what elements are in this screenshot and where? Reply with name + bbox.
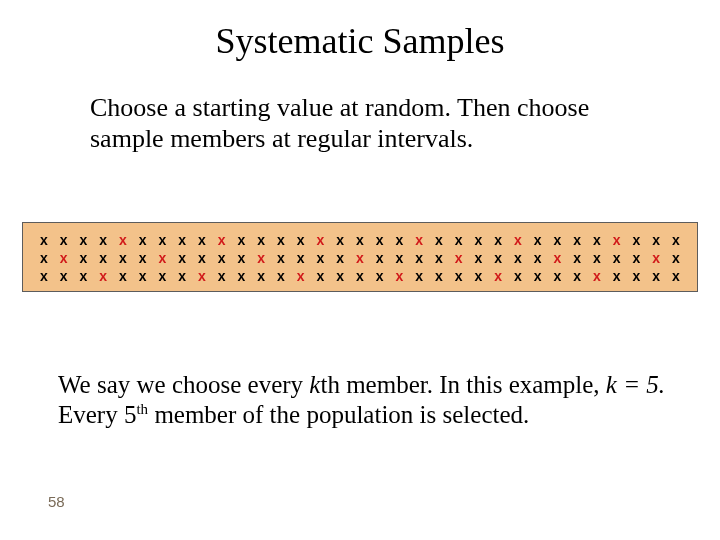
population-member-selected: x bbox=[647, 251, 665, 265]
population-member: x bbox=[391, 233, 409, 247]
population-member-selected: x bbox=[154, 251, 172, 265]
population-member-selected: x bbox=[193, 269, 211, 283]
population-member: x bbox=[94, 251, 112, 265]
population-member: x bbox=[351, 233, 369, 247]
population-member: x bbox=[549, 269, 567, 283]
population-member-selected: x bbox=[213, 233, 231, 247]
population-member: x bbox=[371, 233, 389, 247]
population-member-selected: x bbox=[351, 251, 369, 265]
population-member: x bbox=[489, 233, 507, 247]
diagram-row: xxxxxxxxxxxxxxxxxxxxxxxxxxxxxxxxx bbox=[35, 233, 685, 247]
diagram-row: xxxxxxxxxxxxxxxxxxxxxxxxxxxxxxxxx bbox=[35, 251, 685, 265]
population-member: x bbox=[628, 233, 646, 247]
population-member: x bbox=[391, 251, 409, 265]
population-member: x bbox=[35, 269, 53, 283]
slide: Systematic Samples Choose a starting val… bbox=[0, 0, 720, 540]
population-diagram: xxxxxxxxxxxxxxxxxxxxxxxxxxxxxxxxxxxxxxxx… bbox=[22, 222, 698, 292]
population-member: x bbox=[312, 269, 330, 283]
population-member: x bbox=[55, 233, 73, 247]
population-member: x bbox=[430, 233, 448, 247]
population-member: x bbox=[35, 251, 53, 265]
population-member: x bbox=[371, 251, 389, 265]
population-member: x bbox=[667, 233, 685, 247]
population-member: x bbox=[470, 251, 488, 265]
population-member: x bbox=[75, 251, 93, 265]
population-member: x bbox=[331, 251, 349, 265]
population-member: x bbox=[193, 251, 211, 265]
population-member: x bbox=[568, 251, 586, 265]
population-member-selected: x bbox=[391, 269, 409, 283]
population-member: x bbox=[470, 269, 488, 283]
population-member-selected: x bbox=[114, 233, 132, 247]
population-member: x bbox=[331, 233, 349, 247]
population-member: x bbox=[628, 269, 646, 283]
population-member: x bbox=[450, 233, 468, 247]
population-member-selected: x bbox=[489, 269, 507, 283]
population-member: x bbox=[173, 269, 191, 283]
population-member-selected: x bbox=[55, 251, 73, 265]
conclusion-tail-post: member of the population is selected. bbox=[148, 401, 529, 428]
population-member: x bbox=[154, 233, 172, 247]
population-member: x bbox=[588, 233, 606, 247]
population-member: x bbox=[331, 269, 349, 283]
population-member-selected: x bbox=[588, 269, 606, 283]
population-member: x bbox=[647, 233, 665, 247]
population-member-selected: x bbox=[608, 233, 626, 247]
population-member: x bbox=[233, 269, 251, 283]
population-member: x bbox=[351, 269, 369, 283]
population-member-selected: x bbox=[292, 269, 310, 283]
population-member: x bbox=[410, 269, 428, 283]
population-member: x bbox=[430, 269, 448, 283]
population-member-selected: x bbox=[94, 269, 112, 283]
population-member: x bbox=[114, 269, 132, 283]
population-member: x bbox=[489, 251, 507, 265]
conclusion-text: We say we choose every kth member. In th… bbox=[58, 370, 668, 430]
population-member: x bbox=[154, 269, 172, 283]
population-member: x bbox=[529, 269, 547, 283]
population-member: x bbox=[55, 269, 73, 283]
page-number: 58 bbox=[48, 493, 65, 510]
k-variable: k bbox=[309, 371, 320, 398]
population-member: x bbox=[549, 233, 567, 247]
population-member: x bbox=[213, 269, 231, 283]
population-member: x bbox=[647, 269, 665, 283]
population-member: x bbox=[173, 251, 191, 265]
population-member: x bbox=[588, 251, 606, 265]
population-member: x bbox=[450, 269, 468, 283]
population-member: x bbox=[272, 269, 290, 283]
population-member-selected: x bbox=[410, 233, 428, 247]
population-member: x bbox=[134, 233, 152, 247]
population-member: x bbox=[173, 233, 191, 247]
conclusion-tail-pre: Every 5 bbox=[58, 401, 136, 428]
population-member: x bbox=[430, 251, 448, 265]
population-member: x bbox=[608, 251, 626, 265]
population-member: x bbox=[470, 233, 488, 247]
population-member: x bbox=[213, 251, 231, 265]
population-member-selected: x bbox=[252, 251, 270, 265]
diagram-row: xxxxxxxxxxxxxxxxxxxxxxxxxxxxxxxxx bbox=[35, 269, 685, 283]
population-member: x bbox=[114, 251, 132, 265]
k-equals: k = 5. bbox=[606, 371, 665, 398]
ordinal-sup: th bbox=[136, 401, 148, 417]
population-member: x bbox=[608, 269, 626, 283]
population-member-selected: x bbox=[509, 233, 527, 247]
population-member: x bbox=[134, 269, 152, 283]
population-member: x bbox=[292, 233, 310, 247]
population-member: x bbox=[529, 251, 547, 265]
population-member: x bbox=[529, 233, 547, 247]
population-member: x bbox=[193, 233, 211, 247]
population-member: x bbox=[233, 251, 251, 265]
population-member: x bbox=[134, 251, 152, 265]
population-member: x bbox=[252, 269, 270, 283]
population-member: x bbox=[410, 251, 428, 265]
slide-title: Systematic Samples bbox=[0, 22, 720, 62]
population-member: x bbox=[292, 251, 310, 265]
population-member: x bbox=[94, 233, 112, 247]
population-member: x bbox=[252, 233, 270, 247]
population-member: x bbox=[75, 269, 93, 283]
conclusion-pre: We say we choose every bbox=[58, 371, 309, 398]
population-member: x bbox=[35, 233, 53, 247]
population-member-selected: x bbox=[450, 251, 468, 265]
population-member: x bbox=[312, 251, 330, 265]
population-member: x bbox=[233, 233, 251, 247]
